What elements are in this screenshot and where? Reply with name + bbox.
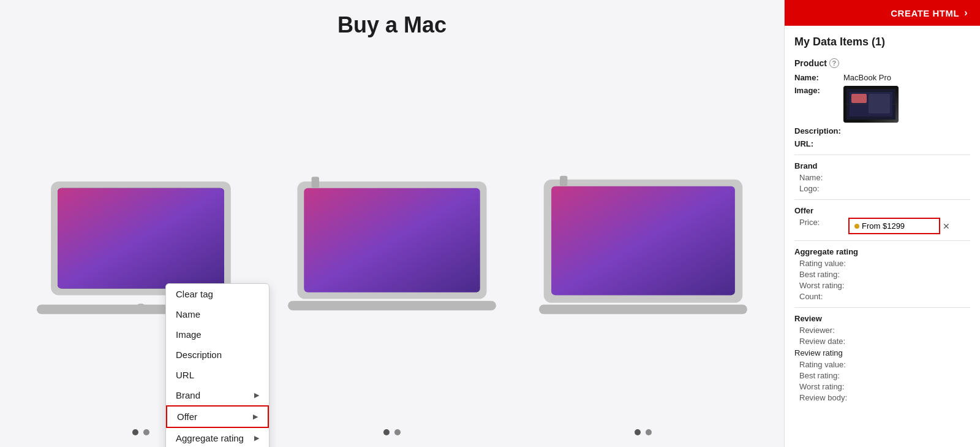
brand-name-label: Name:: [799, 173, 848, 182]
review-best-rating-label: Best rating:: [799, 371, 848, 380]
svg-rect-8: [288, 301, 496, 310]
brand-section-label: Brand: [794, 161, 970, 170]
count-label: Count:: [799, 292, 848, 301]
help-icon[interactable]: ?: [829, 58, 839, 68]
product-image-mbp16: [539, 69, 747, 427]
arrow-icon: ▶: [254, 434, 259, 442]
name-value: MacBook Pro: [843, 73, 970, 82]
main-content: Buy a Mac: [0, 0, 784, 447]
url-label: URL:: [794, 139, 843, 148]
sidebar-title: My Data Items (1): [794, 36, 970, 48]
context-menu-url[interactable]: URL: [166, 365, 269, 385]
create-html-button[interactable]: CREATE HTML ›: [785, 0, 980, 26]
sidebar-inner: My Data Items (1) Product ? Name: MacBoo…: [785, 26, 980, 447]
svg-rect-10: [551, 186, 735, 296]
brand-logo-label: Logo:: [799, 184, 848, 193]
review-date-label: Review date:: [799, 337, 848, 346]
thumbnail-svg: [846, 89, 895, 120]
svg-rect-2: [58, 188, 224, 289]
section-product-label: Product ?: [794, 58, 970, 68]
context-menu-brand[interactable]: Brand ▶: [166, 385, 269, 405]
brand-logo-row: Logo:: [799, 184, 970, 193]
review-worst-rating-row: Worst rating:: [799, 382, 970, 391]
review-section-label: Review: [794, 314, 970, 323]
dot: [646, 429, 652, 435]
product-card-mbp13: MacBook Pro 13" From $1299 B Learn more …: [24, 56, 257, 439]
price-clear-button[interactable]: ✕: [943, 221, 950, 231]
brand-name-row: Name:: [799, 173, 970, 182]
svg-rect-6: [304, 188, 480, 292]
review-rating-label: Review rating: [794, 348, 970, 357]
offer-price-row: Price: From $1299 ✕: [799, 218, 970, 234]
description-field-row: Description:: [794, 126, 970, 136]
svg-rect-16: [851, 94, 867, 103]
sidebar: CREATE HTML › My Data Items (1) Product …: [784, 0, 980, 447]
context-menu-name[interactable]: Name: [166, 304, 269, 324]
name-label: Name:: [794, 73, 843, 82]
thumbnail-inner: [843, 86, 899, 123]
context-menu-offer[interactable]: Offer ▶ Price: [166, 405, 269, 428]
carousel-dots-mbp16: [539, 429, 747, 435]
rating-value-row: Rating value:: [799, 259, 970, 268]
image-field-row: Image:: [794, 86, 970, 123]
context-menu-image[interactable]: Image: [166, 324, 269, 345]
arrow-icon: ▶: [253, 413, 258, 421]
best-rating-row: Best rating:: [799, 270, 970, 279]
svg-rect-11: [560, 176, 567, 186]
review-body-label: Review body:: [799, 393, 848, 402]
review-date-row: Review date:: [799, 337, 970, 346]
svg-rect-12: [539, 305, 747, 314]
price-dot-icon: [854, 224, 859, 229]
context-menu-description[interactable]: Description: [166, 345, 269, 365]
image-label: Image:: [794, 86, 843, 123]
reviewer-label: Reviewer:: [799, 326, 848, 335]
review-worst-rating-label: Worst rating:: [799, 382, 848, 391]
count-row: Count:: [799, 292, 970, 301]
description-label: Description:: [794, 126, 843, 136]
product-card-mbp16: MacBook Pro 16" From $2499 Buy Learn mor…: [527, 56, 760, 439]
name-field-row: Name: MacBook Pro: [794, 73, 970, 82]
price-input[interactable]: From $1299: [848, 218, 940, 234]
reviewer-row: Reviewer:: [799, 326, 970, 335]
dot: [394, 429, 401, 435]
review-best-rating-row: Best rating:: [799, 371, 970, 380]
svg-rect-17: [869, 94, 890, 113]
svg-rect-7: [312, 177, 319, 188]
product-image-mbp14: [288, 69, 496, 427]
page-title: Buy a Mac: [24, 12, 760, 38]
worst-rating-row: Worst rating:: [799, 281, 970, 290]
arrow-icon: ▶: [254, 391, 259, 399]
dot: [635, 429, 641, 435]
rating-value-label: Rating value:: [799, 259, 848, 268]
dot: [132, 429, 138, 435]
chevron-right-icon: ›: [964, 7, 968, 18]
review-rating-value-row: Rating value:: [799, 360, 970, 369]
best-rating-label: Best rating:: [799, 270, 848, 279]
worst-rating-label: Worst rating:: [799, 281, 848, 290]
offer-section-label: Offer: [794, 206, 970, 215]
offer-price-label: Price:: [799, 218, 848, 234]
context-menu-clear-tag[interactable]: Clear tag: [166, 284, 269, 304]
url-field-row: URL:: [794, 139, 970, 148]
dot: [383, 429, 390, 435]
aggregate-rating-label: Aggregate rating: [794, 247, 970, 256]
price-input-row: From $1299 ✕: [848, 218, 950, 234]
context-menu: Clear tag Name Image Description URL Bra…: [165, 283, 270, 447]
dot: [143, 429, 149, 435]
context-menu-aggregate-rating[interactable]: Aggregate rating ▶: [166, 428, 269, 447]
products-grid: MacBook Pro 13" From $1299 B Learn more …: [24, 56, 760, 439]
review-rating-value-label: Rating value:: [799, 360, 848, 369]
review-body-row: Review body:: [799, 393, 970, 402]
carousel-dots-mbp14: [288, 429, 496, 435]
price-input-value: From $1299: [862, 221, 905, 231]
product-thumbnail: [843, 86, 899, 123]
product-card-mbp14: MacBook Pro 14" From $1999 Buy Learn mor…: [276, 56, 508, 439]
